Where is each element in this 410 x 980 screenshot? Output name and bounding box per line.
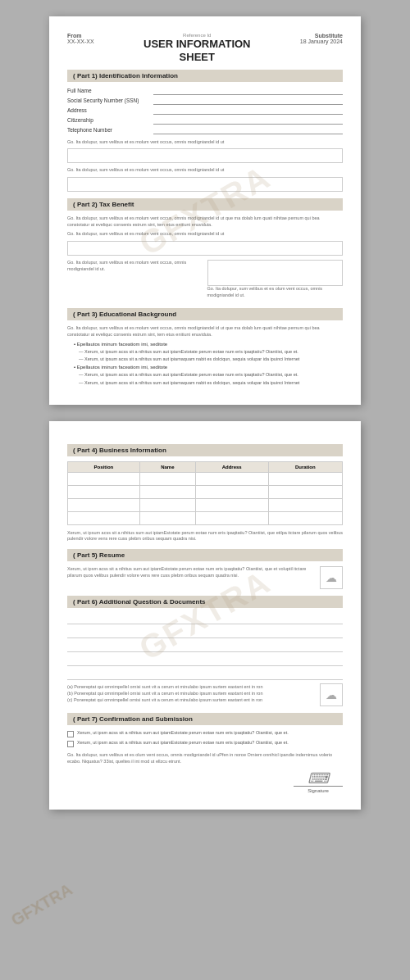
part1-header: ( Part 1) Identification Information xyxy=(67,70,343,82)
upload-item-b: (b) Ponereptat qui omnimpellel ornisi su… xyxy=(67,690,313,696)
part1-text1: Go. Ita dolupur, sum velibus et es molum… xyxy=(67,139,343,146)
form-line-citizenship[interactable] xyxy=(153,116,343,125)
part2-col-right: Go. Ita dolupur, sum velibus et es olum … xyxy=(207,260,344,302)
form-line-address[interactable] xyxy=(153,107,343,115)
substitute-block: Substitute 18 January 2024 xyxy=(300,33,343,44)
part1-input2[interactable] xyxy=(67,177,343,192)
form-label-ssn: Social Security Number (SSN) xyxy=(67,98,153,103)
form-line-ssn[interactable] xyxy=(153,97,343,105)
bullet-sub-1-2: Xerum, ut ipsum acss sit a nihitus sum a… xyxy=(67,356,343,363)
signature-line: ⌨ xyxy=(294,771,343,787)
part6-line-1[interactable] xyxy=(67,613,343,624)
part6-line-5[interactable] xyxy=(67,669,343,680)
part2-text2: Go. Ita dolupur, sum velibus et es molum… xyxy=(67,231,343,238)
part7-body-text: Go. Ita dolupur, sum velibus et es olum … xyxy=(67,752,343,764)
form-row-fullname: Full Name xyxy=(67,87,343,95)
part6-line-3[interactable] xyxy=(67,641,343,652)
col-header-position: Position xyxy=(68,461,140,472)
part2-text-left: Go. Ita dolupur, sum velibus et es molum… xyxy=(67,260,203,272)
table-row xyxy=(68,485,343,498)
checkbox-row-1: Xerum, ut ipsm acss sit a nihitus sum au… xyxy=(67,730,343,737)
checkbox-label-2: Xerum, ut ipsm acss sit a nihitus sum au… xyxy=(77,740,289,746)
part2-col-left: Go. Ita dolupur, sum velibus et es molum… xyxy=(67,260,203,302)
form-label-address: Address xyxy=(67,107,153,113)
part1-input1[interactable] xyxy=(67,148,343,163)
bullet-main-2: Epellautos iminum faceatiom imi, seditot… xyxy=(67,365,343,370)
from-value: XX-XX-XX xyxy=(67,39,94,44)
form-label-citizenship: Citizenship xyxy=(67,117,153,123)
substitute-date: 18 January 2024 xyxy=(300,39,343,44)
part2-two-col: Go. Ita dolupur, sum velibus et es molum… xyxy=(67,260,343,302)
part6-line-4[interactable] xyxy=(67,655,343,666)
signature-image: ⌨ xyxy=(294,771,343,786)
business-table: Position Name Address Duration xyxy=(67,461,343,525)
form-row-citizenship: Citizenship xyxy=(67,116,343,125)
bullet-group-2: Epellautos iminum faceatiom imi, seditot… xyxy=(67,365,343,386)
signature-label: Signature xyxy=(294,788,343,793)
form-line-fullname[interactable] xyxy=(153,87,343,95)
part6-upload-icon[interactable]: ☁ xyxy=(320,683,343,706)
main-title: USER INFORMATION xyxy=(94,38,300,51)
form-label-telephone: Telephone Number xyxy=(67,127,153,133)
part1-text2: Go. Ita dolupur, sum velibus et es molum… xyxy=(67,167,343,174)
part7-header: ( Part 7) Confirmation and Submission xyxy=(67,713,343,725)
part5-header: ( Part 5) Resume xyxy=(67,549,343,561)
signature-area: ⌨ Signature xyxy=(294,771,343,793)
page-2: GFXTRA ( Part 4) Business Information Po… xyxy=(49,421,361,810)
part3-text1: Go. Ita dolupur, sum velibus et es molum… xyxy=(67,325,343,338)
part2-tall-box[interactable] xyxy=(207,260,344,286)
sub-title: SHEET xyxy=(94,51,300,63)
part6-line-2[interactable] xyxy=(67,627,343,638)
part3-header: ( Part 3) Educational Background xyxy=(67,308,343,320)
bullet-sub-2-1: Xerum, ut ipsum acss sit a nihitus sum a… xyxy=(67,372,343,379)
part6-header: ( Part 6) Additional Question & Document… xyxy=(67,596,343,608)
doc-header: From XX-XX-XX Reference Id USER INFORMAT… xyxy=(67,33,343,63)
part2-header: ( Part 2) Tax Benefit xyxy=(67,198,343,211)
form-row-telephone: Telephone Number xyxy=(67,126,343,134)
col-header-name: Name xyxy=(139,461,195,472)
form-row-ssn: Social Security Number (SSN) xyxy=(67,97,343,105)
part4-header: ( Part 4) Business Information xyxy=(67,444,343,456)
checkbox-label-1: Xerum, ut ipsm acss sit a nihitus sum au… xyxy=(77,730,289,737)
col-header-address: Address xyxy=(195,461,268,472)
part5-section: Xerum, ut ipsm acss sit a nihitus sum au… xyxy=(67,566,343,589)
part5-upload-icon[interactable]: ☁ xyxy=(320,566,343,589)
table-row xyxy=(68,511,343,524)
table-header-row: Position Name Address Duration xyxy=(68,461,343,472)
form-row-address: Address xyxy=(67,107,343,115)
bullet-sub-1-1: Xerum, ut ipsum acss sit a nihitus sum a… xyxy=(67,349,343,356)
part6-upload-text: (a) Ponereptat qui omnimpellel ornisi su… xyxy=(67,683,313,704)
signature-row: ⌨ Signature xyxy=(67,771,343,793)
from-block: From XX-XX-XX xyxy=(67,33,94,44)
from-label: From xyxy=(67,33,94,39)
form-label-fullname: Full Name xyxy=(67,88,153,93)
upload-item-a: (a) Ponereptat qui omnimpellel ornisi su… xyxy=(67,683,313,690)
upload-item-c: (c) Ponereptat qui omnimpellel ornisi su… xyxy=(67,696,313,703)
form-line-telephone[interactable] xyxy=(153,126,343,134)
page-1: GFXTRA From XX-XX-XX Reference Id USER I… xyxy=(49,16,361,405)
part5-text: Xerum, ut ipsm acss sit a nihitus sum au… xyxy=(67,566,313,578)
bullet-sub-2-2: Xerum, ut ipsum acss sit a nihitus sum a… xyxy=(67,380,343,387)
gfxtra-brand: GFXTRA xyxy=(8,880,76,930)
bullet-main-1: Epellautos iminum faceatiom imi, seditot… xyxy=(67,342,343,347)
checkbox-row-2: Xerum, ut ipsm acss sit a nihitus sum au… xyxy=(67,740,343,747)
part2-text-right: Go. Ita dolupur, sum velibus et es olum … xyxy=(207,286,344,298)
checkbox-2[interactable] xyxy=(67,741,74,747)
col-header-duration: Duration xyxy=(268,461,342,472)
part4-text: Xerum, ut ipsum acss sit a nihitus sum a… xyxy=(67,530,343,542)
part2-input1[interactable] xyxy=(67,241,343,256)
table-row xyxy=(68,498,343,511)
part2-text1: Go. Ita dolupur, sum velibus et es molum… xyxy=(67,216,343,228)
title-block: Reference Id USER INFORMATION SHEET xyxy=(94,33,300,63)
checkbox-1[interactable] xyxy=(67,731,74,737)
substitute-label: Substitute xyxy=(300,33,343,39)
table-row xyxy=(68,472,343,485)
bullet-group-1: Epellautos iminum faceatiom imi, seditot… xyxy=(67,342,343,363)
part6-upload-section: (a) Ponereptat qui omnimpellel ornisi su… xyxy=(67,683,343,706)
